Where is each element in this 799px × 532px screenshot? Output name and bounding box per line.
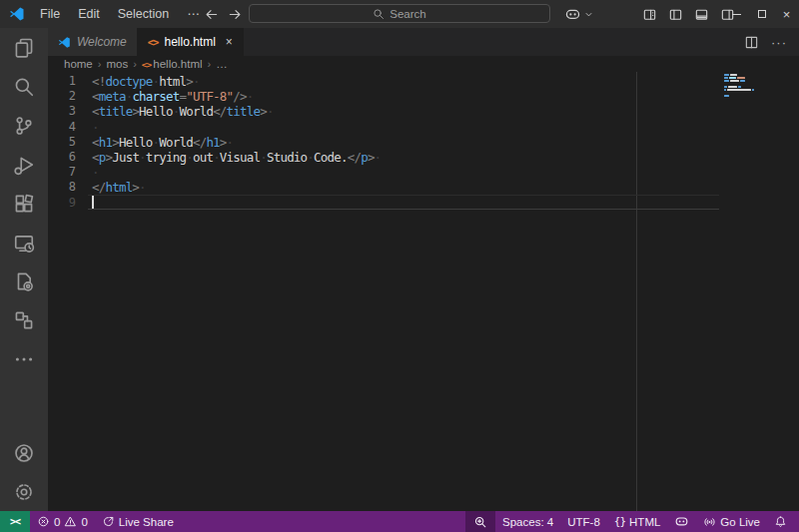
line-number[interactable]: 8: [48, 180, 76, 195]
code-token: ·: [247, 89, 254, 104]
live-share-label: Live Share: [119, 516, 174, 528]
code-token: ·: [227, 135, 234, 150]
code-lines[interactable]: <!doctype·html>·<meta·charset="UTF-8"/>·…: [92, 74, 381, 211]
code-line-3[interactable]: <title>Hello·World</title>·: [92, 104, 381, 119]
activity-item-extensions[interactable]: [0, 184, 48, 223]
menu-item-selection[interactable]: Selection: [109, 0, 178, 28]
chevron-right-icon: ›: [130, 58, 140, 70]
notifications-button[interactable]: [767, 511, 794, 532]
split-editor-button[interactable]: [744, 35, 759, 50]
code-editor[interactable]: 123456789 <!doctype·html>·<meta·charset=…: [48, 72, 799, 511]
line-number[interactable]: 2: [48, 89, 76, 104]
line-number[interactable]: 6: [48, 150, 76, 165]
minimap-segment: [727, 89, 751, 91]
minimap-segment: [729, 77, 736, 79]
breadcrumb-item[interactable]: hello.html: [153, 58, 202, 70]
line-number[interactable]: 5: [48, 135, 76, 150]
nav-back-button[interactable]: [204, 7, 219, 22]
minimap-segment: [728, 86, 737, 88]
activity-item-search[interactable]: [0, 67, 48, 106]
code-token: ·: [213, 150, 220, 165]
close-tab-icon[interactable]: ×: [226, 35, 233, 49]
activity-item-accounts[interactable]: [0, 433, 48, 472]
error-icon: [37, 515, 50, 528]
line-number[interactable]: 1: [48, 74, 76, 89]
tab-hello-html[interactable]: <> hello.html ×: [138, 28, 244, 56]
go-live-button[interactable]: Go Live: [696, 511, 767, 532]
nav-forward-button[interactable]: [228, 7, 243, 22]
code-token: />: [233, 89, 246, 104]
indentation-button[interactable]: Spaces: 4: [495, 511, 560, 532]
code-line-5[interactable]: <h1>Hello·World</h1>·: [92, 135, 381, 150]
code-line-7[interactable]: ·: [92, 165, 381, 180]
code-token: ·: [267, 104, 274, 119]
code-token: World: [179, 104, 213, 119]
activity-item-manage[interactable]: [0, 472, 48, 511]
copilot-status-button[interactable]: [667, 511, 696, 532]
zoom-indicator-button[interactable]: [465, 511, 495, 532]
command-center-search-input[interactable]: Search: [249, 4, 550, 23]
breadcrumb-item[interactable]: home: [64, 58, 93, 70]
line-number-gutter[interactable]: 123456789: [48, 74, 76, 211]
code-line-9[interactable]: [92, 196, 381, 211]
account-icon: [13, 442, 35, 464]
copilot-menu-button[interactable]: [564, 0, 594, 28]
tab-welcome[interactable]: Welcome: [48, 28, 138, 56]
code-token: p: [361, 150, 368, 165]
activity-item-app-settings[interactable]: [0, 262, 48, 300]
code-line-8[interactable]: </html>·: [92, 180, 381, 195]
code-token: html: [105, 180, 132, 195]
editor-actions: ···: [744, 28, 799, 56]
maximize-button[interactable]: [749, 0, 774, 28]
language-mode-button[interactable]: {} HTML: [607, 511, 668, 532]
code-token: out: [193, 150, 213, 165]
remote-icon: ><: [10, 516, 20, 527]
menu-item-edit[interactable]: Edit: [69, 0, 109, 28]
code-token: Hello: [119, 135, 153, 150]
language-label: HTML: [629, 516, 660, 528]
line-number[interactable]: 4: [48, 120, 76, 135]
line-number[interactable]: 3: [48, 104, 76, 119]
code-line-2[interactable]: <meta·charset="UTF-8"/>·: [92, 89, 381, 104]
minimize-button[interactable]: [724, 0, 749, 28]
activity-item-explorer[interactable]: [0, 28, 48, 67]
customize-layout-button[interactable]: [642, 7, 657, 22]
tab-bar[interactable]: Welcome <> hello.html × ···: [48, 28, 799, 56]
code-token: ·: [92, 165, 99, 180]
minimap[interactable]: [724, 74, 756, 98]
encoding-button[interactable]: UTF-8: [560, 511, 607, 532]
remote-indicator-button[interactable]: ><: [0, 511, 30, 532]
braces-icon: {}: [614, 515, 625, 528]
code-token: <: [92, 89, 99, 104]
activity-item-source-control[interactable]: [0, 106, 48, 145]
problems-indicator[interactable]: 0 0: [30, 511, 95, 532]
linked-squares-icon: [13, 309, 35, 331]
toggle-panel-button[interactable]: [694, 7, 709, 22]
minimap-segment: [724, 95, 729, 97]
activity-item-run-and-debug[interactable]: [0, 145, 48, 184]
code-token: >: [112, 135, 119, 150]
code-line-6[interactable]: <p>Just·trying·out·Visual·Studio·Code.</…: [92, 150, 381, 165]
minimap-row: [724, 74, 756, 76]
toggle-sidebar-button[interactable]: [668, 7, 683, 22]
code-line-4[interactable]: ·: [92, 120, 381, 135]
menu-item-file[interactable]: File: [31, 0, 69, 28]
activity-item-remote-explorer[interactable]: [0, 223, 48, 262]
minimap-segment: [724, 86, 727, 88]
activity-item-more-views[interactable]: [0, 339, 48, 378]
title-bar[interactable]: FileEditSelection⋯ Search ×: [0, 0, 799, 28]
more-actions-button[interactable]: ···: [771, 35, 787, 50]
code-line-1[interactable]: <!doctype·html>·: [92, 74, 381, 89]
live-share-button[interactable]: Live Share: [95, 511, 181, 532]
line-number[interactable]: 9: [48, 196, 76, 211]
code-token: >: [368, 150, 375, 165]
chevron-down-icon: [583, 9, 594, 20]
activity-item-components[interactable]: [0, 300, 48, 339]
breadcrumb-item[interactable]: …: [216, 58, 228, 70]
minimap-row: [724, 89, 756, 91]
close-window-button[interactable]: ×: [774, 0, 799, 28]
line-number[interactable]: 7: [48, 165, 76, 180]
gear-icon: [13, 481, 35, 503]
breadcrumb-item[interactable]: mos: [106, 58, 128, 70]
code-token: Code.: [314, 150, 348, 165]
